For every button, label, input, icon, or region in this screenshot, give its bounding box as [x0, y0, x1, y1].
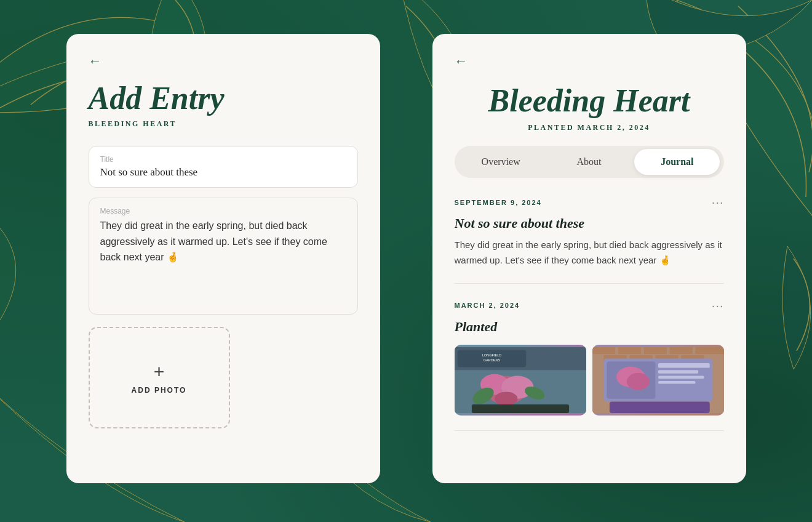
- photo-thumbnail[interactable]: [592, 345, 724, 416]
- svg-rect-29: [658, 375, 704, 379]
- entry-title: Not so sure about these: [455, 215, 724, 231]
- add-photo-button[interactable]: + ADD PHOTO: [89, 327, 230, 428]
- title-value: Not so sure about these: [100, 166, 198, 178]
- svg-point-8: [495, 392, 517, 405]
- svg-rect-17: [669, 347, 692, 354]
- entry-date: MARCH 2, 2024: [455, 302, 520, 309]
- svg-rect-30: [658, 381, 695, 384]
- main-layout: ← Add Entry BLEEDING HEART Title Not so …: [0, 0, 812, 522]
- svg-rect-11: [471, 404, 568, 413]
- svg-rect-15: [618, 347, 640, 354]
- entry-date: SEPTEMBER 9, 2024: [455, 199, 542, 206]
- add-photo-label: ADD PHOTO: [132, 386, 187, 395]
- message-input-container[interactable]: Message They did great in the early spri…: [89, 198, 358, 315]
- journal-entries-list: SEPTEMBER 9, 2024 ··· Not so sure about …: [455, 195, 724, 483]
- journal-entry: SEPTEMBER 9, 2024 ··· Not so sure about …: [455, 195, 724, 284]
- svg-point-26: [626, 373, 649, 390]
- svg-text:LONGFIELD: LONGFIELD: [482, 353, 501, 357]
- entry-menu-button[interactable]: ···: [712, 195, 724, 209]
- add-entry-card: ← Add Entry BLEEDING HEART Title Not so …: [66, 34, 380, 483]
- photo-thumbnail[interactable]: LONGFIELD GARDENS: [455, 345, 586, 416]
- entry-title: Planted: [455, 319, 724, 335]
- journal-entry: MARCH 2, 2024 ··· Planted LONGFIELD: [455, 299, 724, 431]
- svg-rect-27: [658, 363, 710, 367]
- entry-body: They did great in the early spring, but …: [455, 238, 724, 268]
- plus-icon: +: [154, 361, 165, 382]
- svg-rect-14: [592, 347, 615, 354]
- tab-bar: Overview About Journal: [455, 146, 724, 178]
- tab-about[interactable]: About: [546, 149, 632, 175]
- back-arrow-right[interactable]: ←: [455, 54, 468, 70]
- svg-rect-18: [695, 347, 724, 354]
- back-arrow-left[interactable]: ←: [89, 54, 102, 70]
- plant-name: Bleeding Heart: [455, 83, 724, 118]
- svg-text:GARDENS: GARDENS: [483, 358, 500, 362]
- svg-rect-16: [643, 347, 666, 354]
- entry-header: MARCH 2, 2024 ···: [455, 299, 724, 313]
- plant-detail-card: ← Bleeding Heart PLANTED MARCH 2, 2024 O…: [432, 34, 746, 483]
- message-label: Message: [100, 207, 346, 215]
- svg-rect-31: [609, 401, 709, 413]
- entry-header: SEPTEMBER 9, 2024 ···: [455, 195, 724, 209]
- entry-menu-button[interactable]: ···: [712, 299, 724, 313]
- title-input-container[interactable]: Title Not so sure about these: [89, 146, 358, 188]
- svg-rect-28: [658, 370, 698, 374]
- add-entry-subtitle: BLEEDING HEART: [89, 119, 358, 129]
- tab-journal[interactable]: Journal: [634, 149, 720, 175]
- planted-date: PLANTED MARCH 2, 2024: [455, 123, 724, 132]
- title-label: Title: [100, 155, 346, 164]
- add-entry-title: Add Entry: [89, 81, 358, 116]
- tab-overview[interactable]: Overview: [458, 149, 544, 175]
- message-value: They did great in the early spring, but …: [100, 218, 346, 265]
- entry-photos: LONGFIELD GARDENS: [455, 345, 724, 416]
